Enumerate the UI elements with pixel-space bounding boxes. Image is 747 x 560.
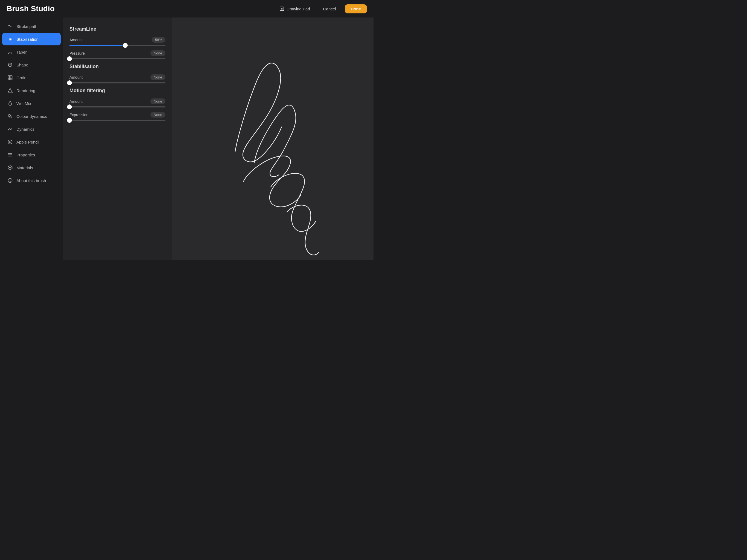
sidebar-item-taper[interactable]: Taper — [2, 46, 61, 58]
svg-rect-4 — [8, 76, 12, 80]
streamline-amount-badge: 58% — [152, 37, 165, 43]
sidebar-label-wet-mix: Wet Mix — [17, 101, 31, 106]
stroke-path-icon — [7, 23, 13, 29]
stabilisation-title: Stabilisation — [70, 64, 165, 70]
motion-expression-label: Expression — [70, 113, 88, 117]
sidebar-label-colour-dynamics: Colour dynamics — [17, 114, 47, 119]
sidebar-item-dynamics[interactable]: Dynamics — [2, 123, 61, 135]
sidebar: Stroke path Stabilisation Taper Shape Gr — [0, 18, 63, 260]
colour-dynamics-icon — [7, 113, 13, 119]
svg-point-6 — [8, 114, 10, 117]
svg-point-9 — [9, 141, 11, 143]
cancel-button[interactable]: Cancel — [319, 4, 340, 14]
sidebar-item-properties[interactable]: Properties — [2, 149, 61, 161]
app-title: Brush Studio — [6, 4, 55, 13]
grain-icon — [7, 75, 13, 81]
stabilisation-amount-slider[interactable] — [70, 82, 165, 83]
streamline-pressure-badge: None — [150, 50, 165, 56]
motion-expression-thumb[interactable] — [67, 118, 72, 123]
sidebar-item-shape[interactable]: Shape — [2, 58, 61, 71]
motion-amount-thumb[interactable] — [67, 104, 72, 109]
motion-expression-badge: None — [150, 112, 165, 118]
stabilisation-amount-label: Amount — [70, 75, 83, 80]
drawing-pad-icon — [279, 6, 284, 11]
svg-point-17 — [10, 181, 10, 182]
sidebar-label-taper: Taper — [17, 50, 27, 54]
motion-amount-slider[interactable] — [70, 106, 165, 107]
materials-icon — [7, 164, 13, 171]
sidebar-label-dynamics: Dynamics — [17, 127, 34, 131]
stabilisation-amount-thumb[interactable] — [67, 80, 72, 85]
about-icon — [7, 177, 13, 183]
svg-point-2 — [9, 39, 10, 40]
middle-panel: StreamLine Amount 58% Pressure None — [63, 18, 172, 260]
streamline-amount-label: Amount — [70, 38, 83, 42]
drawing-canvas — [172, 18, 374, 260]
stabilisation-amount-row: Amount None — [70, 74, 165, 83]
drawing-pad-label: Drawing Pad — [287, 6, 310, 11]
sidebar-label-properties: Properties — [17, 153, 35, 157]
svg-marker-5 — [8, 88, 12, 93]
sidebar-label-apple-pencil: Apple Pencil — [17, 140, 39, 144]
sidebar-label-stroke-path: Stroke path — [17, 24, 37, 29]
streamline-amount-slider[interactable] — [70, 45, 165, 46]
motion-amount-badge: None — [150, 98, 165, 104]
sidebar-label-about: About this brush — [17, 178, 46, 183]
streamline-pressure-thumb[interactable] — [67, 56, 72, 61]
streamline-amount-thumb[interactable] — [123, 43, 128, 48]
sidebar-label-stabilisation: Stabilisation — [17, 37, 38, 42]
sidebar-label-grain: Grain — [17, 75, 27, 80]
streamline-amount-fill — [70, 45, 125, 46]
main-layout: Stroke path Stabilisation Taper Shape Gr — [0, 18, 374, 260]
motion-filtering-title: Motion filtering — [70, 88, 165, 94]
streamline-title: StreamLine — [70, 26, 165, 32]
done-button[interactable]: Done — [345, 4, 367, 14]
apple-pencil-icon — [7, 139, 13, 145]
rendering-icon — [7, 87, 13, 94]
sidebar-label-materials: Materials — [17, 166, 33, 170]
properties-icon — [7, 152, 13, 158]
drawing-pad-button[interactable]: Drawing Pad — [275, 4, 314, 14]
sidebar-item-wet-mix[interactable]: Wet Mix — [2, 97, 61, 110]
stabilisation-section: Stabilisation Amount None — [70, 64, 165, 83]
motion-filtering-section: Motion filtering Amount None Expression … — [70, 88, 165, 121]
wet-mix-icon — [7, 100, 13, 106]
sidebar-item-materials[interactable]: Materials — [2, 161, 61, 174]
sidebar-item-about[interactable]: About this brush — [2, 174, 61, 187]
motion-expression-slider[interactable] — [70, 120, 165, 121]
shape-icon — [7, 62, 13, 68]
taper-icon — [7, 49, 13, 55]
dynamics-icon — [7, 126, 13, 132]
sidebar-label-shape: Shape — [17, 62, 28, 67]
sidebar-label-rendering: Rendering — [17, 88, 35, 93]
motion-amount-row: Amount None — [70, 98, 165, 107]
streamline-pressure-slider[interactable] — [70, 58, 165, 59]
sidebar-item-stabilisation[interactable]: Stabilisation — [2, 33, 61, 45]
stabilisation-amount-badge: None — [150, 74, 165, 80]
sidebar-item-grain[interactable]: Grain — [2, 71, 61, 84]
motion-amount-label: Amount — [70, 99, 83, 104]
svg-point-7 — [9, 116, 12, 118]
sidebar-item-stroke-path[interactable]: Stroke path — [2, 20, 61, 32]
top-bar: Brush Studio Drawing Pad Cancel Done — [0, 0, 374, 18]
sidebar-item-rendering[interactable]: Rendering — [2, 84, 61, 97]
sidebar-item-apple-pencil[interactable]: Apple Pencil — [2, 136, 61, 148]
streamline-pressure-label: Pressure — [70, 51, 85, 55]
drawing-area[interactable] — [172, 18, 374, 260]
svg-point-1 — [9, 38, 11, 40]
motion-expression-row: Expression None — [70, 112, 165, 121]
top-bar-actions: Drawing Pad Cancel Done — [275, 4, 367, 14]
streamline-pressure-row: Pressure None — [70, 50, 165, 59]
streamline-section: StreamLine Amount 58% Pressure None — [70, 26, 165, 59]
stabilisation-icon — [7, 36, 13, 42]
streamline-amount-row: Amount 58% — [70, 37, 165, 46]
sidebar-item-colour-dynamics[interactable]: Colour dynamics — [2, 110, 61, 123]
